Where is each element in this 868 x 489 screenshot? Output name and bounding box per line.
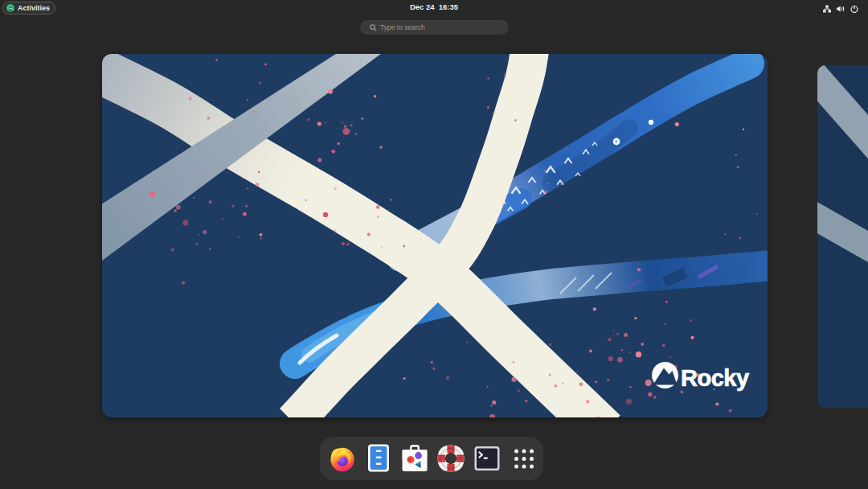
svg-text:Rocky: Rocky	[681, 365, 749, 391]
